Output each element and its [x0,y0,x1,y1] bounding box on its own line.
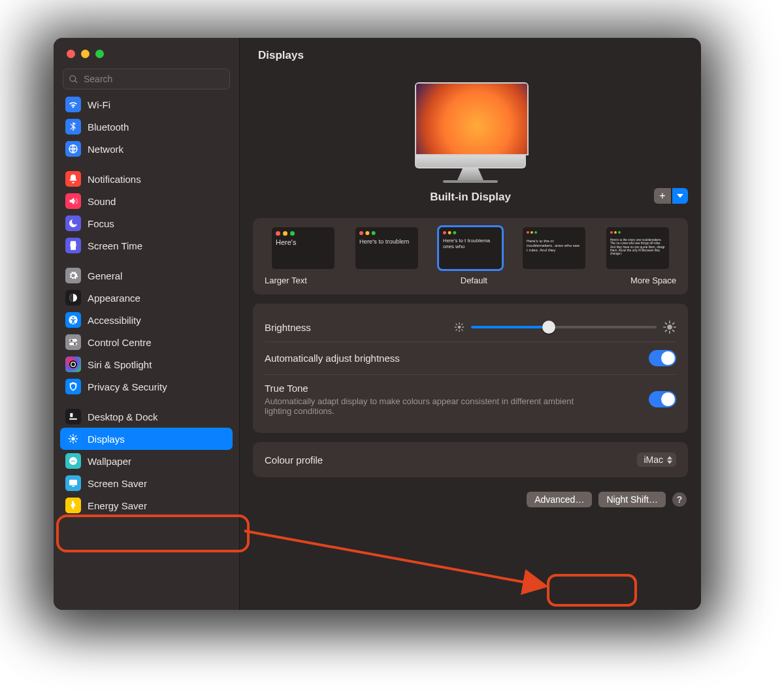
svg-point-33 [667,325,672,330]
help-button[interactable]: ? [672,492,687,507]
search-field[interactable] [63,69,230,89]
desktop-icon [65,409,81,424]
display-hero: Built-in Display + [253,82,688,204]
sidebar-item-label: Wi-Fi [88,99,110,110]
footer-actions: Advanced… Night Shift… ? [253,486,688,510]
svg-point-3 [73,317,74,319]
zoom-window[interactable] [95,50,104,58]
page-title: Displays [240,38,701,73]
resolution-option-1[interactable]: Here's [265,227,342,269]
resolution-caption-center: Default [461,276,487,285]
svg-rect-22 [69,480,77,486]
minimize-window[interactable] [81,50,90,58]
cc-icon [65,334,81,350]
sidebar-item-siri[interactable]: Siri & Spotlight [60,353,233,375]
sidebar-item-screentime[interactable]: Screen Time [60,234,233,257]
sidebar-item-displays[interactable]: Displays [60,428,233,450]
advanced-button[interactable]: Advanced… [527,492,592,507]
main-panel: Displays Built-in Display + [240,38,701,610]
brightness-section: Brightness Automatically adjust brightne… [253,304,688,433]
svg-point-7 [74,343,76,345]
resolution-option-3[interactable]: Here's to t troublema ones who [432,227,509,269]
night-shift-button[interactable]: Night Shift… [598,492,666,507]
true-tone-label: True Tone [265,383,649,394]
sidebar-item-desktop[interactable]: Desktop & Dock [60,405,233,428]
bt-icon [65,119,81,135]
sidebar-item-network[interactable]: Network [60,138,233,160]
svg-line-30 [462,330,463,330]
sidebar-item-label: Control Centre [88,337,152,348]
colour-profile-label: Colour profile [265,454,323,466]
general-icon [65,268,81,283]
auto-brightness-toggle[interactable] [649,350,676,366]
resolution-option-4[interactable]: Here's to the cr troublemakers. ones who… [515,227,593,269]
sidebar-item-label: Accessibility [88,315,141,326]
sidebar-item-focus[interactable]: Focus [60,212,233,234]
sidebar-item-label: Desktop & Dock [88,411,158,422]
svg-line-40 [665,330,666,332]
brightness-slider[interactable] [471,326,657,328]
colour-profile-section: Colour profile iMac [253,442,688,477]
colour-profile-select[interactable]: iMac [637,452,676,467]
sidebar-item-wallpaper[interactable]: Wallpaper [60,450,233,472]
sidebar-item-label: Screen Saver [88,478,147,489]
sidebar-item-label: Notifications [88,174,141,185]
brightness-low-icon [454,322,465,332]
auto-brightness-label: Automatically adjust brightness [265,353,400,364]
chevron-down-icon [677,193,683,199]
brightness-high-icon [663,321,676,334]
svg-line-18 [75,441,76,441]
close-window[interactable] [67,50,75,58]
display-name: Built-in Display [430,191,511,204]
notif-icon [65,171,81,187]
search-input[interactable] [82,73,224,85]
sidebar-item-label: Siri & Spotlight [88,359,152,370]
true-tone-toggle[interactable] [649,391,676,407]
appearance-icon [65,290,81,306]
sidebar-item-wifi[interactable]: Wi-Fi [60,95,233,116]
sidebar: Wi-FiBluetoothNetworkNotificationsSoundF… [54,38,240,610]
sidebar-item-label: Focus [88,218,114,229]
sidebar-list: Wi-FiBluetoothNetworkNotificationsSoundF… [54,95,239,610]
resolution-caption-left: Larger Text [265,276,307,285]
display-arrangement-menu[interactable] [672,188,688,204]
svg-line-20 [75,436,76,436]
add-display-button[interactable]: + [654,188,671,204]
system-settings-window: Wi-FiBluetoothNetworkNotificationsSoundF… [54,38,701,610]
sidebar-item-controlcentre[interactable]: Control Centre [60,331,233,353]
net-icon [65,141,81,157]
svg-rect-23 [72,486,74,486]
energy-icon [65,498,81,513]
sidebar-item-screensaver[interactable]: Screen Saver [60,472,233,494]
sidebar-item-label: Sound [88,196,116,207]
svg-point-12 [71,437,74,440]
sidebar-item-notifications[interactable]: Notifications [60,168,233,190]
svg-line-39 [673,330,674,332]
siri-icon [65,357,81,372]
sound-icon [65,193,81,209]
sidebar-item-label: Bluetooth [88,121,129,133]
sidebar-item-privacy[interactable]: Privacy & Security [60,375,233,398]
svg-rect-11 [70,413,73,417]
sidebar-item-label: Energy Saver [88,500,147,511]
svg-line-19 [70,441,71,441]
sidebar-item-energy[interactable]: Energy Saver [60,494,233,516]
search-icon [69,74,78,84]
resolution-option-2[interactable]: Here's to troublem [348,227,425,269]
resolution-option-5[interactable]: Here's to the crazy one troublemakers. T… [599,227,676,269]
svg-line-32 [462,324,463,325]
svg-point-6 [71,340,73,341]
sidebar-item-bluetooth[interactable]: Bluetooth [60,116,233,138]
sidebar-item-sound[interactable]: Sound [60,190,233,212]
colour-profile-value: iMac [644,454,663,465]
sidebar-item-label: Appearance [88,293,140,304]
sidebar-item-label: Displays [88,434,125,445]
brightness-label: Brightness [265,322,311,333]
sidebar-item-appearance[interactable]: Appearance [60,287,233,309]
sidebar-item-accessibility[interactable]: Accessibility [60,309,233,331]
svg-line-41 [673,323,674,324]
resolution-section: Here'sHere's to troublemHere's to t trou… [253,218,688,294]
sidebar-item-general[interactable]: General [60,264,233,287]
displays-icon [65,431,81,447]
svg-line-38 [665,323,666,324]
